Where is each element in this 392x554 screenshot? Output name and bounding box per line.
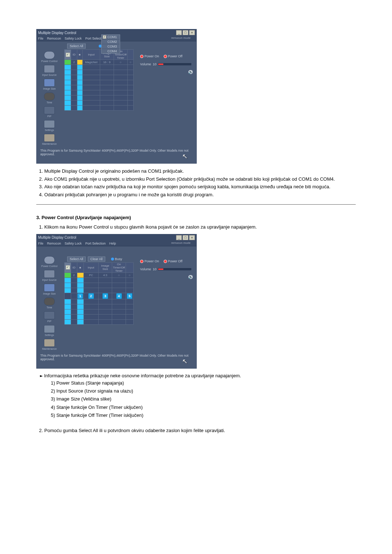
power-on-radio[interactable]: Power On xyxy=(140,54,159,58)
sub-item: 1) Power Status (Stanje napajanja) xyxy=(51,379,356,387)
table-row[interactable] xyxy=(65,95,134,100)
table-row[interactable] xyxy=(65,90,134,95)
radio-dot-icon xyxy=(164,260,167,263)
menu-file[interactable]: File xyxy=(38,37,44,40)
list-item: Ako COM1 priključak nije u upotrebi, u i… xyxy=(44,175,356,183)
power-off-radio[interactable]: Power Off xyxy=(164,259,183,263)
menu-file[interactable]: File xyxy=(38,242,44,245)
table-row[interactable]: 2 MagicNet 16 : 9 ○ ○ xyxy=(65,60,134,65)
grid-header-timer2 xyxy=(127,50,133,60)
volume-value: 10 xyxy=(153,267,156,271)
port-option-com2[interactable]: COM2 xyxy=(102,40,120,44)
info-grid: ✓ ID ■ Input Image Size On Timer/Off Tim… xyxy=(64,49,134,111)
checkbox-icon[interactable]: ✓ xyxy=(66,265,70,270)
menubar: File Remocon Safety Lock Port Selection … xyxy=(37,241,196,246)
row-checkbox[interactable] xyxy=(65,272,71,278)
menu-remocon[interactable]: Remocon xyxy=(47,242,61,245)
port-option-com4[interactable]: COM4 xyxy=(102,49,120,53)
grid-header-power: ■ xyxy=(77,262,83,272)
sidebar-item-pip[interactable]: PIP xyxy=(37,105,62,118)
table-row[interactable] xyxy=(65,288,134,293)
row-checkbox[interactable] xyxy=(65,60,71,65)
table-row[interactable] xyxy=(65,80,134,85)
titlebar: Multiple Display Control _ □ × xyxy=(37,234,196,241)
window-maximize-button[interactable]: □ xyxy=(183,235,188,240)
radio-dot-icon xyxy=(140,260,143,263)
window-title: Multiple Display Control xyxy=(38,31,76,35)
triangle-bullet-icon: ► xyxy=(40,373,43,378)
table-row[interactable]: 2 PC 4:3 ○ ○ xyxy=(65,272,134,278)
port-option-com1[interactable]: ✓ COM1 xyxy=(102,35,120,40)
table-row[interactable] xyxy=(65,75,134,80)
app-window-power-control: Multiple Display Control _ □ × File Remo… xyxy=(36,234,197,369)
source-icon xyxy=(44,270,55,278)
table-row[interactable] xyxy=(65,299,134,304)
callout-1: 1 xyxy=(77,293,83,299)
callout-5: 5 xyxy=(127,293,132,299)
table-row[interactable] xyxy=(65,70,134,75)
table-row[interactable] xyxy=(65,319,134,324)
window-close-button[interactable]: × xyxy=(189,235,195,240)
sidebar-item-input-source[interactable]: Input Source xyxy=(37,269,62,281)
table-row[interactable] xyxy=(65,100,134,106)
speaker-icon[interactable]: 🔊 xyxy=(188,70,193,74)
ordered-list-power: Klikom na ikonu Power Control u stupcu g… xyxy=(36,223,356,231)
menu-safety-lock[interactable]: Safety Lock xyxy=(65,37,82,40)
radio-dot-icon xyxy=(164,55,167,58)
info-grid: ✓ ID ■ Input Image Size On Timer/Off Tim… xyxy=(64,262,134,325)
row-power-status xyxy=(77,272,83,278)
sidebar: Power Control Input Source Image Size Ti… xyxy=(37,41,62,147)
row-power-status xyxy=(77,60,82,65)
checkbox-icon[interactable]: ✓ xyxy=(66,53,70,57)
port-option-com3[interactable]: COM3 xyxy=(102,44,120,49)
port-selection-dropdown[interactable]: ✓ COM1 COM2 COM3 COM4 xyxy=(101,34,120,54)
sidebar-item-image-size[interactable]: Image Size xyxy=(37,283,62,295)
sidebar-item-time[interactable]: Time xyxy=(37,296,62,309)
sidebar-item-settings[interactable]: Settings xyxy=(37,119,62,131)
sidebar-item-maintenance[interactable]: Maintenance xyxy=(37,133,62,145)
maintenance-icon xyxy=(44,134,55,142)
select-all-button[interactable]: Select All xyxy=(67,257,86,262)
table-row[interactable] xyxy=(65,85,134,90)
menu-help[interactable]: Help xyxy=(109,242,116,245)
sidebar-item-power-control[interactable]: Power Control xyxy=(37,255,62,267)
grid-header-size: Image Size xyxy=(98,262,112,272)
grid-header-select: ✓ xyxy=(65,262,71,272)
volume-slider[interactable] xyxy=(158,268,191,270)
settings-icon xyxy=(44,120,55,128)
app-footer-text: This Program is for Samsung SyncMaster 4… xyxy=(37,147,196,163)
pip-icon xyxy=(44,311,55,319)
list-item: Ako nije odabran točan naziv priključka … xyxy=(44,183,356,191)
sidebar-item-power-control[interactable]: Power Control xyxy=(37,50,62,62)
table-row[interactable] xyxy=(65,278,134,283)
select-all-button[interactable]: Select All xyxy=(67,44,86,49)
window-minimize-button[interactable]: _ xyxy=(176,235,182,240)
main-panel: Select All Busy ✓ ID ■ Input Image Size … xyxy=(62,41,196,147)
table-row[interactable] xyxy=(65,314,134,319)
sidebar-item-pip[interactable]: PIP xyxy=(37,310,62,323)
menu-remocon[interactable]: Remocon xyxy=(47,37,61,40)
sidebar-item-settings[interactable]: Settings xyxy=(37,324,62,336)
window-maximize-button[interactable]: □ xyxy=(183,30,188,35)
table-row[interactable] xyxy=(65,309,134,314)
table-row[interactable] xyxy=(65,106,134,111)
volume-slider[interactable] xyxy=(158,63,191,65)
sidebar-item-maintenance[interactable]: Maintenance xyxy=(37,338,62,350)
power-on-radio[interactable]: Power On xyxy=(140,259,159,263)
table-row[interactable] xyxy=(65,65,134,70)
sidebar-item-input-source[interactable]: Input Source xyxy=(37,64,62,76)
table-row[interactable] xyxy=(65,283,134,288)
menu-port-selection[interactable]: Port Selection xyxy=(85,242,106,245)
grid-header-select: ✓ xyxy=(65,50,71,60)
window-minimize-button[interactable]: _ xyxy=(176,30,182,35)
callout-4: 4 xyxy=(116,293,122,299)
clear-all-button[interactable]: Clear All xyxy=(88,257,105,262)
power-off-radio[interactable]: Power Off xyxy=(164,54,183,58)
ordered-list-power-cont: Pomoću gumba Select All ili u potvrdnom … xyxy=(36,427,356,435)
sidebar-item-image-size[interactable]: Image Size xyxy=(37,78,62,90)
table-row[interactable] xyxy=(65,304,134,309)
window-close-button[interactable]: × xyxy=(189,30,195,35)
sidebar-item-time[interactable]: Time xyxy=(37,91,62,104)
speaker-icon[interactable]: 🔊 xyxy=(188,275,193,279)
menu-safety-lock[interactable]: Safety Lock xyxy=(65,242,82,245)
